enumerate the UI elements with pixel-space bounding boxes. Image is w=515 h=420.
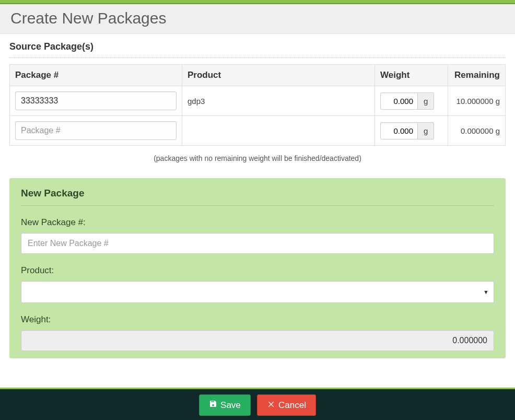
weight-input-group: g [380, 122, 442, 139]
cancel-button[interactable]: Cancel [257, 394, 316, 416]
new-package-panel: New Package New Package #: Product: ▼ We… [9, 178, 506, 358]
col-header-remaining: Remaining [448, 65, 506, 86]
footer-actions-bar: Save Cancel [0, 388, 515, 420]
source-section-divider [9, 57, 506, 58]
brand-top-bar [0, 0, 515, 4]
close-icon [267, 400, 275, 411]
weight-unit-addon: g [418, 92, 434, 110]
weight-unit-addon: g [418, 122, 434, 139]
source-package-input[interactable] [15, 121, 177, 140]
form-group-package-number: New Package #: [21, 217, 494, 254]
source-packages-table: Package # Product Weight Remaining gdp3 … [9, 64, 506, 146]
form-group-product: Product: ▼ [21, 265, 494, 303]
table-row: gdp3 g 10.000000 g [10, 86, 506, 116]
label-weight: Weight: [21, 314, 494, 325]
source-product-cell [182, 116, 375, 146]
table-header-row: Package # Product Weight Remaining [10, 65, 506, 86]
col-header-package: Package # [10, 65, 182, 86]
new-package-divider [21, 205, 494, 206]
new-package-product-select[interactable] [21, 281, 494, 303]
source-weight-input[interactable] [380, 92, 418, 110]
source-hint-text: (packages with no remaining weight will … [9, 154, 506, 162]
table-row: g 0.000000 g [10, 116, 506, 146]
page-header: Create New Packages [0, 4, 515, 34]
save-button-label: Save [220, 400, 241, 411]
cancel-button-label: Cancel [278, 400, 306, 411]
page-title: Create New Packages [10, 9, 505, 27]
label-package-number: New Package #: [21, 217, 494, 228]
source-product-cell: gdp3 [182, 86, 375, 116]
new-package-weight-display [21, 330, 494, 351]
save-button[interactable]: Save [199, 394, 251, 416]
main-container: Source Package(s) Package # Product Weig… [0, 34, 515, 358]
new-package-number-input[interactable] [21, 233, 494, 254]
source-weight-input[interactable] [380, 122, 418, 139]
label-product: Product: [21, 265, 494, 276]
form-group-weight: Weight: [21, 314, 494, 351]
col-header-weight: Weight [375, 65, 448, 86]
source-remaining-cell: 10.000000 g [448, 86, 506, 116]
col-header-product: Product [182, 65, 375, 86]
new-package-title: New Package [21, 188, 494, 199]
source-section-title: Source Package(s) [9, 41, 506, 52]
save-icon [209, 400, 217, 411]
source-package-input[interactable] [15, 91, 177, 110]
source-remaining-cell: 0.000000 g [448, 116, 506, 146]
weight-input-group: g [380, 92, 442, 110]
